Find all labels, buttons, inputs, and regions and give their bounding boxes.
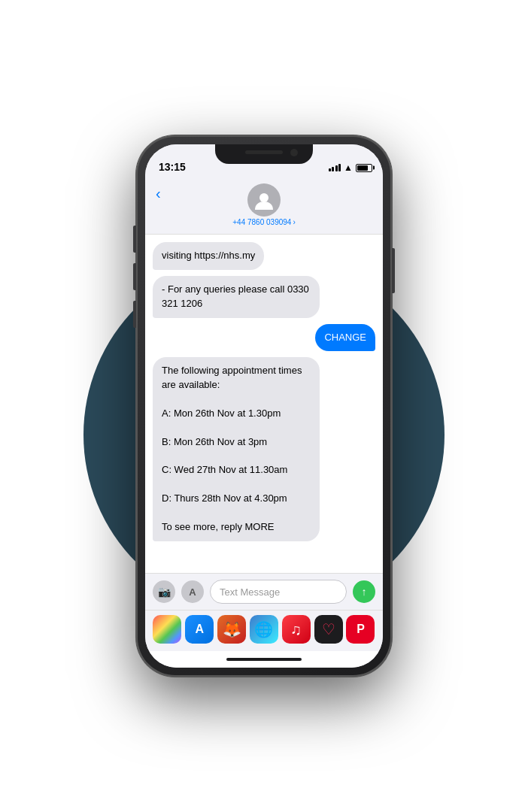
dock-pinterest[interactable]: P <box>346 615 375 644</box>
home-bar <box>226 658 302 661</box>
message-input[interactable]: Text Message <box>210 580 347 604</box>
dock-firefox[interactable]: 🦊 <box>217 615 246 644</box>
status-icons: ▲ <box>329 162 372 173</box>
camera-icon[interactable]: 📷 <box>153 580 175 603</box>
avatar <box>247 183 281 217</box>
bubble-sent-1: CHANGE <box>315 324 375 352</box>
phone: 13:15 ▲ <box>136 135 392 677</box>
dock-music[interactable]: ♫ <box>282 615 311 644</box>
contact-number[interactable]: +44 7860 039094 › <box>232 218 295 226</box>
input-bar: 📷 A Text Message ↑ <box>145 573 383 610</box>
speaker <box>245 150 283 154</box>
svg-point-0 <box>259 193 269 202</box>
dock-photos[interactable] <box>153 615 181 644</box>
messages-area[interactable]: visiting https://nhs.my - For any querie… <box>145 235 383 573</box>
bubble-received-1: visiting https://nhs.my <box>153 242 264 270</box>
notch <box>215 144 313 164</box>
nav-bar: ‹ +44 7860 039094 › <box>145 177 383 235</box>
bubble-received-3: The following appointment times are avai… <box>153 357 320 541</box>
wifi-icon: ▲ <box>344 162 353 173</box>
back-button[interactable]: ‹ <box>156 185 161 202</box>
home-indicator <box>145 651 383 668</box>
dock-dark[interactable]: ♡ <box>314 615 343 644</box>
signal-icon <box>329 164 341 171</box>
send-button[interactable]: ↑ <box>353 580 375 603</box>
dock-appstore[interactable]: A <box>185 615 214 644</box>
battery-icon <box>356 164 372 172</box>
app-dock: A 🦊 🌐 ♫ ♡ P <box>145 610 383 651</box>
apps-icon[interactable]: A <box>181 580 204 603</box>
input-placeholder: Text Message <box>220 586 280 598</box>
bubble-received-2: - For any queries please call 0330 321 1… <box>153 276 320 318</box>
phone-screen: 13:15 ▲ <box>145 144 383 668</box>
dock-browser[interactable]: 🌐 <box>250 615 278 644</box>
front-camera <box>290 149 298 156</box>
scene: 13:15 ▲ <box>0 0 528 812</box>
status-time: 13:15 <box>159 161 186 173</box>
